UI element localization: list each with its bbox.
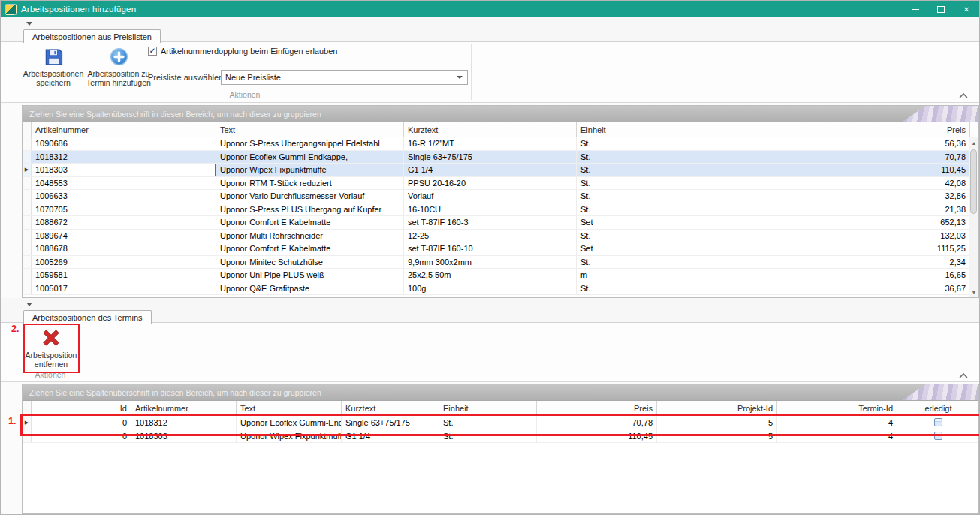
row-indicator[interactable]: ▶ <box>23 164 32 176</box>
grid-cell[interactable]: 16,65 <box>749 269 970 282</box>
grid-cell[interactable]: 70,78 <box>749 151 970 164</box>
ribbon2-collapse-chevron-icon[interactable] <box>957 370 970 381</box>
grid-cell[interactable]: Uponor Q&E Grafitpaste <box>216 282 404 295</box>
row-indicator[interactable] <box>23 242 32 255</box>
group-by-panel[interactable]: Ziehen Sie eine Spaltenüberschrift in di… <box>23 384 978 401</box>
grid-cell[interactable]: G1 1/4 <box>404 164 577 176</box>
grid-cell[interactable]: 1089674 <box>32 230 216 242</box>
table-row[interactable]: 1089674Uponor Multi Rohrschneider12-25St… <box>23 230 978 243</box>
grid-cell[interactable]: set T-87IF 160-10 <box>404 242 577 255</box>
grid-cell[interactable]: St. <box>577 177 749 190</box>
table-row[interactable]: 1088678Uponor Comfort E Kabelmatteset T-… <box>23 242 978 256</box>
table-row[interactable]: 1070705Uponor S-Press PLUS Übergang auf … <box>23 203 978 217</box>
grid-cell[interactable]: Uponor Vario Durchflussmesser Vorlauf <box>216 190 404 203</box>
grid-cell[interactable]: St. <box>577 203 749 216</box>
group-by-panel[interactable]: Ziehen Sie eine Spaltenüberschrift in di… <box>23 106 978 122</box>
grid-cell[interactable]: Single 63+75/175 <box>404 151 577 164</box>
table-row[interactable]: 1059581Uponor Uni Pipe PLUS weiß25x2,5 5… <box>23 269 978 282</box>
scroll-down-button[interactable]: ▼ <box>969 287 978 297</box>
grid-cell[interactable]: 4 <box>777 429 897 442</box>
table-row[interactable]: 1048553Uponor RTM T-Stück reduziertPPSU … <box>23 177 978 191</box>
grid-cell[interactable]: 1115,25 <box>749 242 970 255</box>
grid-cell[interactable]: 110,45 <box>749 164 970 176</box>
grid-cell[interactable]: 132,03 <box>749 230 970 242</box>
row-indicator[interactable] <box>23 137 32 150</box>
grid-cell[interactable]: Uponor S-Press PLUS Übergang auf Kupfer <box>216 203 404 216</box>
tab-arbeitspositionen-aus-preislisten[interactable]: Arbeitspositionen aus Preislisten <box>23 29 161 43</box>
grid-cell[interactable]: 56,36 <box>749 137 970 150</box>
grid-cell[interactable]: 42,08 <box>749 177 970 190</box>
grid-cell[interactable]: St. <box>439 429 537 442</box>
grid-cell[interactable]: 1088678 <box>32 242 216 255</box>
grid-cell[interactable]: 12-25 <box>404 230 577 242</box>
tab-arbeitspositionen-des-termins[interactable]: Arbeitspositionen des Termins <box>23 310 152 324</box>
grid-cell[interactable]: 0 <box>32 429 131 442</box>
remove-position-button[interactable]: Arbeitsposition entfernen <box>26 325 77 370</box>
scrollbar-track[interactable] <box>969 148 978 287</box>
grid-cell[interactable]: St. <box>577 256 749 269</box>
table-row[interactable]: 1005017Uponor Q&E Grafitpaste100gSt.36,6… <box>23 282 978 296</box>
column-header[interactable]: Preis <box>749 122 970 137</box>
grid-cell[interactable]: St. <box>577 151 749 164</box>
table-row[interactable]: 1090686Uponor S-Press Übergangsnippel Ed… <box>23 137 978 151</box>
scrollbar-thumb[interactable] <box>970 149 977 214</box>
table-row[interactable]: 1018312Uponor Ecoflex Gummi-Endkappe,Sin… <box>23 151 978 164</box>
grid-cell[interactable]: 9,9mm 300x2mm <box>404 256 577 269</box>
grid-cell[interactable]: 652,13 <box>749 216 970 229</box>
grid-cell[interactable]: 5 <box>657 416 777 429</box>
collapse-down-icon[interactable] <box>26 303 32 306</box>
grid-cell[interactable]: 25x2,5 50m <box>404 269 577 282</box>
grid-cell[interactable]: Set <box>577 216 749 229</box>
column-header[interactable]: erledigt <box>897 401 980 415</box>
grid-cell[interactable]: set T-87IF 160-3 <box>404 216 577 229</box>
grid-cell[interactable]: St. <box>577 164 749 176</box>
row-indicator[interactable] <box>23 429 32 442</box>
grid-cell[interactable]: G1 1/4 <box>342 429 439 442</box>
grid-cell[interactable]: Uponor Wipex Fixpunktmuffe <box>216 164 404 176</box>
grid-cell[interactable]: Uponor Uni Pipe PLUS weiß <box>216 269 404 282</box>
grid-cell[interactable]: 2,34 <box>749 256 970 269</box>
grid-cell[interactable]: 1088672 <box>32 216 216 229</box>
column-header[interactable]: Artikelnummer <box>32 122 216 137</box>
row-indicator[interactable] <box>23 190 32 203</box>
row-indicator[interactable] <box>23 177 32 190</box>
grid-cell[interactable]: 32,86 <box>749 190 970 203</box>
grid-cell[interactable]: Set <box>577 242 749 255</box>
grid-cell[interactable]: 1005017 <box>32 282 216 295</box>
maximize-button[interactable] <box>928 1 954 17</box>
grid-cell[interactable]: 16-10CU <box>404 203 577 216</box>
ribbon1-collapse-chevron-icon[interactable] <box>957 90 970 101</box>
grid-cell[interactable]: 100g <box>404 282 577 295</box>
column-header[interactable]: Text <box>216 122 404 137</box>
row-indicator[interactable] <box>23 216 32 229</box>
grid-cell[interactable]: Uponor Multi Rohrschneider <box>216 230 404 242</box>
erledigt-checkbox-icon[interactable] <box>934 432 942 440</box>
row-indicator[interactable] <box>23 256 32 269</box>
column-header[interactable]: Preis <box>537 401 657 415</box>
grid-cell[interactable]: 1018303 <box>32 164 216 176</box>
column-header[interactable]: Kurztext <box>342 401 439 415</box>
column-header[interactable]: Einheit <box>577 122 749 137</box>
grid-cell[interactable]: Uponor Ecoflex Gummi-Endkappe, <box>216 151 404 164</box>
grid-cell[interactable]: 1018312 <box>131 416 237 429</box>
grid-cell[interactable]: Uponor Minitec Schutzhülse <box>216 256 404 269</box>
minimize-button[interactable] <box>903 1 928 17</box>
add-position-to-termin-button[interactable]: Arbeitsposition zu Termin hinzufügen <box>85 44 152 92</box>
grid-cell[interactable]: 0 <box>32 416 131 429</box>
grid-cell[interactable]: 70,78 <box>537 416 657 429</box>
table-row[interactable]: 01018303Uponor Wipex FixpunktmuffeG1 1/4… <box>23 429 978 443</box>
grid-cell[interactable]: 1018312 <box>32 151 216 164</box>
vertical-scrollbar[interactable]: ▲ ▼ <box>969 137 978 297</box>
grid-cell[interactable]: Uponor Comfort E Kabelmatte <box>216 216 404 229</box>
column-header[interactable]: Id <box>32 401 131 415</box>
row-indicator[interactable] <box>23 151 32 164</box>
grid-cell[interactable]: St. <box>439 416 537 429</box>
grid-cell[interactable]: St. <box>577 230 749 242</box>
grid-cell[interactable]: Uponor Ecoflex Gummi-Endkap... <box>237 416 342 429</box>
grid-cell[interactable]: Uponor RTM T-Stück reduziert <box>216 177 404 190</box>
close-button[interactable]: ✕ <box>954 1 979 17</box>
grid-cell[interactable]: 5 <box>657 429 777 442</box>
column-header[interactable]: Einheit <box>439 401 537 415</box>
grid-cell[interactable]: St. <box>577 282 749 295</box>
grid-cell[interactable]: St. <box>577 190 749 203</box>
